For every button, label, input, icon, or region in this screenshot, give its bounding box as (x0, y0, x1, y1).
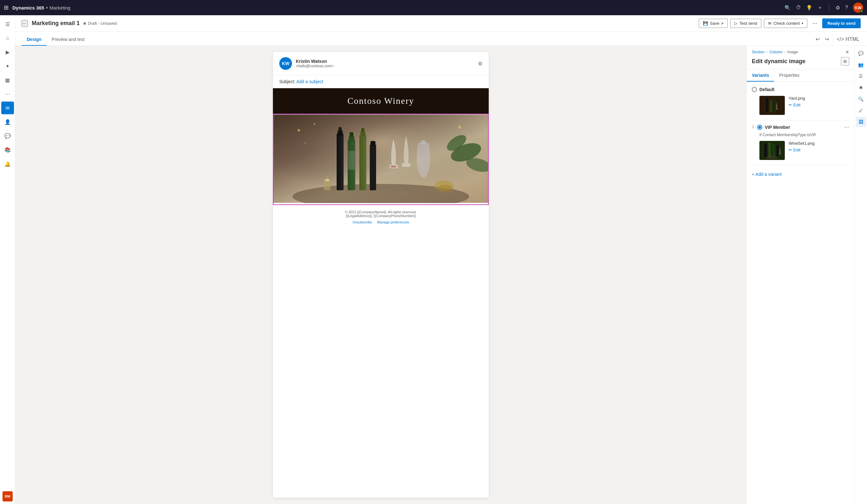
default-radio[interactable] (752, 87, 757, 92)
email-settings-icon[interactable]: ⚙ (478, 61, 482, 67)
sidebar-item-library[interactable]: 📚 (1, 143, 14, 156)
svg-point-22 (313, 123, 315, 125)
user-avatar[interactable]: KW (853, 2, 863, 13)
undo-button[interactable]: ↩ (814, 35, 821, 43)
brand-name[interactable]: Dynamics 365 (12, 5, 44, 10)
svg-rect-10 (359, 135, 366, 190)
manage-preferences-link[interactable]: Manage preferences (377, 220, 409, 224)
save-chevron-icon[interactable]: |▾ (721, 22, 724, 25)
vip-thumbnail[interactable] (759, 141, 785, 160)
sidebar-item-more[interactable]: ⋯ (1, 88, 14, 100)
panel-title: Edit dynamic image (752, 58, 805, 65)
search-icon[interactable]: 🔍 (784, 5, 791, 11)
back-button[interactable]: ← (22, 20, 28, 27)
rail-person-icon[interactable]: 👥 (856, 60, 866, 70)
tab-toolbar: ↩ ↪ </> HTML (814, 35, 861, 45)
rail-list-icon[interactable]: ☰ (856, 71, 866, 81)
subject-add-link[interactable]: Add a subject (297, 79, 323, 84)
breadcrumb-column[interactable]: Column (769, 50, 782, 54)
sidebar-item-segments[interactable]: ✦ (1, 60, 14, 72)
draft-dot-icon (84, 22, 86, 25)
html-button[interactable]: </> HTML (836, 35, 861, 43)
email-body: Contoso Winery (273, 88, 489, 205)
svg-rect-31 (770, 100, 772, 112)
test-send-button[interactable]: ▷ Test send (730, 19, 761, 28)
ready-to-send-button[interactable]: Ready to send (822, 19, 861, 28)
sidebar-item-home[interactable]: ⌂ (1, 32, 14, 44)
rail-asterisk-icon[interactable]: ✱ (856, 83, 866, 93)
breadcrumb-chevron-1: › (767, 51, 767, 54)
sidebar-item-contacts[interactable]: 👤 (1, 116, 14, 128)
check-chevron-icon[interactable]: ▾ (802, 22, 803, 25)
save-button[interactable]: 💾 Save |▾ (699, 19, 728, 28)
vip-image-row: WineSet1.png ✏ Edit (752, 141, 849, 160)
rail-image-icon[interactable]: 🖼 (856, 117, 866, 127)
sidebar-item-play[interactable]: ▶ (1, 46, 14, 58)
sidebar-item-analytics[interactable]: ▦ (1, 74, 14, 86)
recent-icon[interactable]: ⏱ (796, 5, 801, 10)
sidebar-item-email[interactable]: ✉ (1, 101, 14, 114)
top-navigation: ⊞ Dynamics 365 ▾ Marketing 🔍 ⏱ 💡 ＋ ⚙ ? K… (0, 0, 867, 15)
play-icon: ▷ (734, 21, 738, 26)
svg-point-25 (304, 142, 306, 143)
sender-name: Kristin Watson (296, 59, 474, 64)
page-title: Marketing email 1 (32, 20, 80, 26)
wine-title: Contoso Winery (280, 96, 481, 106)
settings-icon[interactable]: ⚙ (836, 5, 840, 11)
vip-label: VIP Member (765, 125, 842, 130)
tab-design[interactable]: Design (22, 34, 47, 46)
panel-breadcrumb: Section › Column › Image ✕ (747, 46, 854, 55)
nav-divider (829, 4, 829, 11)
default-thumb-image (759, 96, 785, 115)
footer-copyright: © 2021 {{CompanyName}}. All rights reser… (278, 210, 484, 214)
add-icon[interactable]: ＋ (817, 4, 823, 11)
check-content-button[interactable]: ✉ Check content ▾ (764, 19, 807, 28)
svg-point-15 (390, 166, 397, 168)
breadcrumb-section[interactable]: Section (752, 50, 764, 54)
svg-rect-9 (348, 151, 355, 170)
svg-point-21 (298, 129, 300, 132)
email-frame: KW Kristin Watson <hello@contoso.com> ⚙ … (273, 52, 489, 498)
sidebar-item-chat[interactable]: 💬 (1, 129, 14, 142)
sidebar-item-notifications[interactable]: 🔔 (1, 158, 14, 170)
default-edit-link[interactable]: ✏ Edit (789, 103, 849, 107)
svg-rect-8 (350, 132, 354, 137)
rail-eraser-icon[interactable]: 🖊 (856, 105, 866, 116)
panel-expand-button[interactable]: ⊞ (841, 57, 849, 65)
dynamic-image-section[interactable] (273, 114, 489, 205)
help-icon[interactable]: 💡 (806, 5, 812, 11)
question-icon[interactable]: ? (845, 5, 848, 10)
draft-status: Draft - Unsaved (88, 21, 117, 26)
svg-rect-17 (324, 181, 330, 191)
svg-rect-36 (772, 144, 775, 158)
vip-radio[interactable] (757, 125, 762, 130)
sender-email: <hello@contoso.com> (296, 64, 474, 68)
panel-tab-variants[interactable]: Variants (747, 69, 774, 82)
rail-comment-icon[interactable]: 💬 (856, 48, 866, 58)
pencil-icon: ✏ (789, 103, 792, 107)
right-panel: Section › Column › Image ✕ Edit dynamic … (746, 46, 854, 504)
drag-handle-icon[interactable]: ⠿ (752, 125, 754, 129)
vip-edit-link[interactable]: ✏ Edit (789, 148, 849, 152)
waffle-menu-icon[interactable]: ⊞ (4, 4, 9, 11)
rail-search-person-icon[interactable]: 🔍 (856, 94, 866, 104)
svg-rect-5 (339, 127, 342, 132)
default-variant-row: Default (752, 87, 849, 92)
more-options-button[interactable]: ··· (810, 19, 820, 28)
vip-more-button[interactable]: ⋯ (844, 124, 849, 130)
default-thumbnail[interactable] (759, 96, 785, 115)
wine-header-banner[interactable]: Contoso Winery (273, 88, 489, 114)
redo-button[interactable]: ↪ (824, 35, 830, 43)
variant-divider (752, 120, 849, 120)
sidebar-user-button[interactable]: RM (2, 491, 13, 502)
email-footer: © 2021 {{CompanyName}}. All rights reser… (273, 205, 489, 229)
breadcrumb-chevron-2: › (784, 51, 785, 54)
panel-tab-properties[interactable]: Properties (774, 69, 804, 82)
sidebar-item-menu[interactable]: ☰ (1, 18, 14, 31)
tab-preview[interactable]: Preview and test (47, 34, 90, 46)
add-variant-button[interactable]: + Add a variant (752, 169, 782, 179)
left-sidebar: ☰ ⌂ ▶ ✦ ▦ ⋯ ✉ 👤 💬 📚 🔔 RM (0, 15, 15, 504)
unsubscribe-link[interactable]: Unsubscribe (353, 220, 372, 224)
app-brand: Dynamics 365 ▾ Marketing (12, 5, 71, 10)
panel-close-button[interactable]: ✕ (845, 50, 849, 55)
